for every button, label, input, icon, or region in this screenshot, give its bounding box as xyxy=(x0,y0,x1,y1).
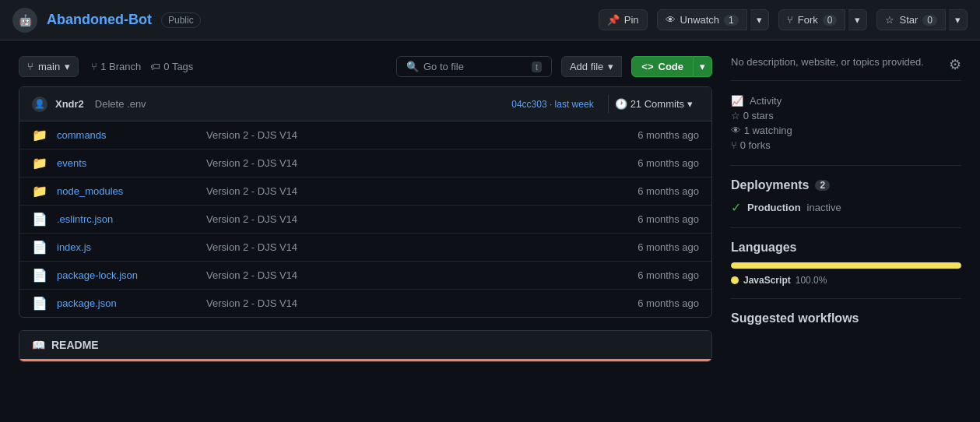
production-row[interactable]: ✓ Production inactive xyxy=(731,200,961,215)
file-name-link[interactable]: package-lock.json xyxy=(57,269,197,281)
add-file-chevron: ▾ xyxy=(608,61,613,72)
readme-title: README xyxy=(51,339,99,351)
file-name-link[interactable]: index.js xyxy=(57,241,197,253)
star-label: Star xyxy=(899,14,918,26)
javascript-bar xyxy=(731,262,961,269)
file-name-link[interactable]: .eslintrc.json xyxy=(57,213,197,225)
file-time: 6 months ago xyxy=(621,185,699,197)
right-column: ⚙ No description, website, or topics pro… xyxy=(731,56,961,362)
file-time: 6 months ago xyxy=(621,213,699,225)
deployments-count: 2 xyxy=(815,180,830,191)
suggested-workflows-title: Suggested workflows xyxy=(731,311,961,325)
goto-file-button[interactable]: 🔍 Go to file t xyxy=(396,56,552,77)
code-icon: <> xyxy=(641,61,653,72)
unwatch-label: Unwatch xyxy=(680,14,720,26)
file-commit-message: Version 2 - DJS V14 xyxy=(206,157,612,169)
fork-icon: ⑂ xyxy=(787,14,793,26)
commit-message: Delete .env xyxy=(95,98,146,110)
code-button[interactable]: <> Code xyxy=(631,56,694,77)
code-group: <> Code ▾ xyxy=(631,56,712,77)
file-commit-message: Version 2 - DJS V14 xyxy=(206,129,612,141)
book-icon: 📖 xyxy=(32,339,45,351)
add-file-label: Add file xyxy=(570,61,603,72)
watching-label: 1 watching xyxy=(744,125,792,136)
repo-description: No description, website, or topics provi… xyxy=(731,56,961,81)
branch-selector[interactable]: ⑂ main ▾ xyxy=(19,56,79,77)
repo-title[interactable]: Abandoned-Bot xyxy=(47,12,152,28)
production-label: Production xyxy=(747,202,801,213)
commit-hash[interactable]: 04cc303 xyxy=(511,99,546,110)
table-row[interactable]: 📁commandsVersion 2 - DJS V146 months ago xyxy=(19,121,711,149)
activity-label: Activity xyxy=(750,95,782,107)
production-status: inactive xyxy=(807,202,841,213)
file-name-link[interactable]: commands xyxy=(57,129,197,141)
table-row[interactable]: 📁eventsVersion 2 - DJS V146 months ago xyxy=(19,149,711,178)
stars-label: 0 stars xyxy=(743,110,774,121)
goto-file-label: Go to file xyxy=(423,61,464,72)
language-bar xyxy=(731,262,961,269)
javascript-pct: 100.0% xyxy=(796,275,827,286)
commits-count-link[interactable]: 🕐 21 Commits ▾ xyxy=(608,95,699,113)
star-dropdown[interactable]: ▾ xyxy=(949,9,968,30)
file-rows: 📁commandsVersion 2 - DJS V146 months ago… xyxy=(19,121,711,317)
star-icon-stat: ☆ xyxy=(731,110,740,121)
star-button[interactable]: ☆ Star 0 xyxy=(876,9,946,30)
file-name-link[interactable]: package.json xyxy=(57,297,197,309)
languages-section: Languages JavaScript 100.0% xyxy=(731,241,961,299)
branch-count: 1 Branch xyxy=(100,61,141,72)
fork-button[interactable]: ⑂ Fork 0 xyxy=(778,9,846,30)
readme-section: 📖 README xyxy=(19,330,712,362)
goto-shortcut: t xyxy=(532,62,542,72)
file-commit-message: Version 2 - DJS V14 xyxy=(206,297,612,309)
star-count: 0 xyxy=(922,15,937,26)
table-row[interactable]: 📄.eslintrc.jsonVersion 2 - DJS V146 mont… xyxy=(19,206,711,234)
settings-button[interactable]: ⚙ xyxy=(949,56,961,73)
stars-stat: ☆ 0 stars xyxy=(731,108,961,123)
file-commit-message: Version 2 - DJS V14 xyxy=(206,269,612,281)
committer-avatar: 👤 xyxy=(32,97,47,112)
add-file-button[interactable]: Add file ▾ xyxy=(561,56,622,77)
fork-group: ⑂ Fork 0 ▾ xyxy=(778,9,868,30)
deployments-title: Deployments 2 xyxy=(731,178,961,192)
code-dropdown[interactable]: ▾ xyxy=(694,56,712,77)
commit-hash-display: 04cc303 · last week xyxy=(511,99,593,110)
unwatch-dropdown[interactable]: ▾ xyxy=(750,9,769,30)
javascript-row: JavaScript 100.0% xyxy=(731,275,961,286)
deployments-title-text: Deployments xyxy=(731,178,809,192)
table-row[interactable]: 📄package.jsonVersion 2 - DJS V146 months… xyxy=(19,290,711,317)
activity-link[interactable]: 📈 Activity xyxy=(731,93,961,108)
star-icon: ☆ xyxy=(885,14,894,26)
fork-count: 0 xyxy=(823,15,838,26)
fork-icon-stat: ⑂ xyxy=(731,139,737,151)
table-row[interactable]: 📄index.jsVersion 2 - DJS V146 months ago xyxy=(19,234,711,262)
repo-avatar: 🤖 xyxy=(12,8,37,33)
branch-chevron: ▾ xyxy=(65,61,70,72)
branch-count-link[interactable]: ⑂ 1 Branch xyxy=(91,61,141,72)
folder-icon: 📁 xyxy=(32,184,47,199)
file-time: 6 months ago xyxy=(621,129,699,141)
file-name-link[interactable]: events xyxy=(57,157,197,169)
tags-count: 0 Tags xyxy=(163,61,193,72)
javascript-label: JavaScript xyxy=(743,275,791,286)
branch-name: main xyxy=(38,61,60,72)
readme-header: 📖 README xyxy=(19,331,711,361)
javascript-dot xyxy=(731,276,739,284)
table-row[interactable]: 📁node_modulesVersion 2 - DJS V146 months… xyxy=(19,178,711,206)
table-row[interactable]: 📄package-lock.jsonVersion 2 - DJS V146 m… xyxy=(19,262,711,290)
top-navigation: 🤖 Abandoned-Bot Public 📌 Pin 👁 Unwatch 1… xyxy=(0,0,980,40)
code-label: Code xyxy=(659,61,684,72)
committer-name[interactable]: Xndr2 xyxy=(55,98,84,110)
folder-icon: 📁 xyxy=(32,156,47,171)
star-group: ☆ Star 0 ▾ xyxy=(876,9,968,30)
tags-count-link[interactable]: 🏷 0 Tags xyxy=(150,61,193,72)
git-branch-icon: ⑂ xyxy=(27,61,33,72)
fork-dropdown[interactable]: ▾ xyxy=(848,9,867,30)
forks-label: 0 forks xyxy=(740,139,771,151)
unwatch-button[interactable]: 👁 Unwatch 1 xyxy=(657,9,747,30)
main-layout: ⑂ main ▾ ⑂ 1 Branch 🏷 0 Tags 🔍 Go to fil… xyxy=(0,40,980,378)
file-time: 6 months ago xyxy=(621,269,699,281)
sidebar-stats-section: 📈 Activity ☆ 0 stars 👁 1 watching ⑂ 0 fo… xyxy=(731,93,961,166)
pin-button[interactable]: 📌 Pin xyxy=(599,9,648,30)
file-name-link[interactable]: node_modules xyxy=(57,185,197,197)
activity-icon: 📈 xyxy=(731,95,743,107)
